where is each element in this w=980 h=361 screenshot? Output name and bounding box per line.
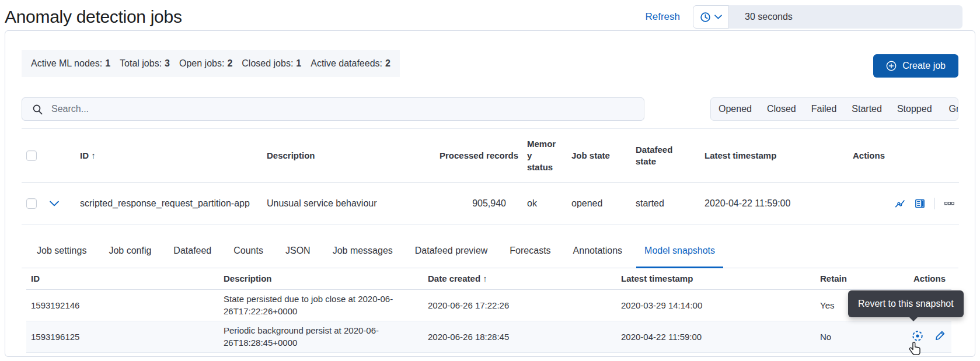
page-title: Anomaly detection jobs [5,7,645,27]
refresh-interval-picker: 30 seconds [693,5,962,29]
snap-column-latest-timestamp[interactable]: Latest timestamp [616,268,815,289]
select-all-checkbox[interactable] [26,150,37,161]
stat-active-datafeeds: Active datafeeds:2 [311,58,390,69]
refresh-button[interactable]: Refresh [645,11,680,23]
snapshot-retain: No [815,321,894,352]
anomaly-explorer-icon[interactable] [915,198,925,209]
snapshot-row: 1593196125 Periodic background persist a… [26,321,951,352]
job-memory-status: ok [520,183,564,225]
job-processed-records: 905,940 [433,183,520,225]
snapshot-description: Periodic background persist at 2020-06-2… [219,321,423,352]
single-metric-viewer-icon[interactable] [895,198,905,209]
tab-job-config[interactable]: Job config [100,228,159,268]
edit-snapshot-icon[interactable] [934,330,946,341]
clock-icon [700,12,711,23]
revert-snapshot-icon[interactable] [911,330,924,342]
stat-active-ml-nodes: Active ML nodes:1 [31,58,110,69]
chevron-down-icon [714,15,722,19]
snapshots-header-row: ID Description Date created ↑ Latest tim… [26,268,951,289]
tab-model-snapshots[interactable]: Model snapshots [636,228,723,268]
row-checkbox[interactable] [26,198,37,209]
search-input[interactable] [51,104,634,114]
model-snapshots-table: ID Description Date created ↑ Latest tim… [26,268,951,353]
revert-snapshot-tooltip: Revert to this snapshot [848,290,964,317]
snapshot-id: 1593196125 [26,321,219,352]
snapshot-description: State persisted due to job close at 2020… [219,289,423,321]
snapshot-latest-timestamp: 2020-03-29 14:14:00 [616,289,815,321]
collapse-row-chevron-icon[interactable] [50,201,59,206]
ml-stats-bar: Active ML nodes:1 Total jobs:3 Open jobs… [22,50,400,77]
job-detail-tabs: Job settings Job config Datafeed Counts … [22,228,958,268]
refresh-interval-value[interactable]: 30 seconds [729,5,962,29]
search-box [22,97,644,121]
column-header-memory-status[interactable]: Memory status [520,129,564,183]
filter-stopped[interactable]: Stopped [890,98,940,120]
column-header-latest-timestamp[interactable]: Latest timestamp [697,129,832,183]
job-row: scripted_response_request_partition-app … [22,183,959,225]
column-header-processed-records[interactable]: Processed records [433,129,520,183]
jobs-table: ID ↑ Description Processed records Memor… [22,128,959,225]
filter-started[interactable]: Started [844,98,890,120]
actions-divider [934,198,935,209]
more-actions-icon[interactable] [944,202,954,205]
job-latest-timestamp: 2020-04-22 11:59:00 [697,183,832,225]
column-header-actions: Actions [832,129,959,183]
expand-column-header [43,129,65,183]
tab-job-settings[interactable]: Job settings [29,228,95,268]
filter-group: Opened Closed Failed Started Stopped Gro… [710,97,958,121]
snapshot-latest-timestamp: 2020-04-22 11:59:00 [616,321,815,352]
job-description: Unusual service behaviour [257,183,433,225]
tab-datafeed[interactable]: Datafeed [165,228,219,268]
snapshot-date-created: 2020-06-26 18:28:45 [423,321,616,352]
jobs-table-header-row: ID ↑ Description Processed records Memor… [22,129,959,183]
stat-total-jobs: Total jobs:3 [120,58,170,69]
filter-failed[interactable]: Failed [804,98,845,120]
page-header: Anomaly detection jobs Refresh 30 second… [0,0,980,30]
stat-closed-jobs: Closed jobs:1 [242,58,301,69]
column-header-description[interactable]: Description [257,129,433,183]
plus-in-circle-icon [886,61,897,71]
job-id: scripted_response_request_partition-app [65,183,257,225]
snapshot-date-created: 2020-06-26 17:22:26 [423,289,616,321]
column-header-id[interactable]: ID ↑ [65,129,257,183]
quick-select-button[interactable] [693,5,729,29]
snap-column-id[interactable]: ID [26,268,219,289]
create-job-button[interactable]: Create job [873,54,958,78]
tab-datafeed-preview[interactable]: Datafeed preview [407,228,496,268]
snap-column-actions: Actions [894,268,951,289]
jobs-panel: Active ML nodes:1 Total jobs:3 Open jobs… [5,30,975,357]
snap-column-date-created[interactable]: Date created ↑ [423,268,616,289]
tab-job-messages[interactable]: Job messages [325,228,401,268]
search-icon [32,104,43,115]
tab-forecasts[interactable]: Forecasts [501,228,559,268]
snap-column-description[interactable]: Description [219,268,423,289]
stat-open-jobs: Open jobs:2 [179,58,232,69]
snapshot-id: 1593192146 [26,289,219,321]
column-header-datafeed-state[interactable]: Datafeed state [629,129,697,183]
column-header-job-state[interactable]: Job state [564,129,629,183]
snapshot-row: 1593192146 State persisted due to job cl… [26,289,951,321]
tab-json[interactable]: JSON [277,228,319,268]
filter-opened[interactable]: Opened [711,98,759,120]
job-state: opened [564,183,629,225]
group-filter-dropdown[interactable]: Group [940,98,958,120]
job-datafeed-state: started [629,183,697,225]
sort-ascending-icon: ↑ [483,274,487,283]
tab-annotations[interactable]: Annotations [565,228,631,268]
filter-closed[interactable]: Closed [759,98,804,120]
sort-ascending-icon: ↑ [91,150,96,160]
snap-column-retain[interactable]: Retain [815,268,894,289]
tab-counts[interactable]: Counts [225,228,271,268]
tooltip-caret [909,317,918,321]
